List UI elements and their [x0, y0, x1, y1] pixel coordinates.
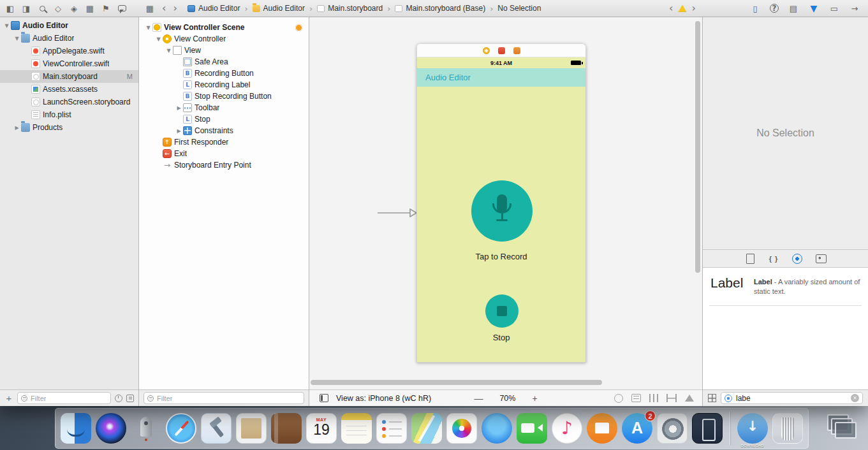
storyboard-canvas[interactable]: 9:41 AM Audio Editor	[309, 17, 702, 389]
navigator-pane-icon[interactable]: ◧	[4, 3, 16, 14]
navigator-row[interactable]: LaunchScreen.storyboard	[0, 96, 138, 108]
system-preferences-icon[interactable]	[657, 413, 688, 444]
reminders-icon[interactable]	[376, 413, 407, 444]
issues-icon[interactable]: ◈	[68, 3, 80, 14]
recording-label[interactable]: Tap to Record	[417, 252, 585, 261]
back-button[interactable]: ‹	[161, 3, 166, 13]
library-item-label[interactable]: Label Label - A variably sized amount of…	[709, 273, 862, 306]
recent-files-filter-icon[interactable]	[115, 395, 122, 402]
disclosure-triangle[interactable]: ▼	[144, 25, 152, 31]
facetime-icon[interactable]	[517, 413, 547, 444]
navigation-bar[interactable]: Audio Editor	[417, 68, 585, 87]
scene-dock-indicator[interactable]	[295, 24, 302, 31]
flag-icon[interactable]: ⚑	[100, 3, 112, 14]
library-grid-view-icon[interactable]	[708, 394, 716, 402]
dock-item-facetime[interactable]	[517, 409, 547, 448]
view-content[interactable]: Tap to Record Stop	[417, 87, 585, 362]
horizontal-scrollbar[interactable]	[311, 380, 602, 385]
outline-row[interactable]: →Storyboard Entry Point	[139, 159, 309, 171]
device-bezel-toggle-icon[interactable]	[320, 394, 328, 402]
messages-icon[interactable]	[482, 413, 512, 444]
outline-row[interactable]: ▼View Controller Scene	[139, 22, 309, 33]
finder-icon[interactable]	[61, 413, 91, 444]
grid-icon[interactable]: ▦	[84, 3, 96, 14]
view-controller-badge-icon[interactable]	[483, 47, 490, 54]
outline-filter-field[interactable]: Filter	[143, 392, 304, 404]
exit-badge-icon[interactable]	[513, 47, 520, 54]
stacked-windows-icon[interactable]	[827, 414, 858, 441]
navigator-row[interactable]: ▶Products	[0, 121, 138, 134]
next-issue-button[interactable]: ›	[691, 3, 696, 13]
photos-icon[interactable]	[446, 413, 477, 444]
view-controller-scene[interactable]: 9:41 AM Audio Editor	[416, 43, 586, 363]
safari-icon[interactable]	[166, 413, 196, 444]
outline-row[interactable]: LRecording Label	[139, 79, 309, 91]
outline-row[interactable]: ▶Constraints	[139, 125, 309, 136]
dock-item-safari[interactable]	[166, 409, 196, 448]
xcode-icon[interactable]	[201, 413, 232, 444]
outline-row[interactable]: ←Exit	[139, 148, 309, 159]
calendar-icon[interactable]: MAY19	[306, 413, 337, 444]
code-snippet-library-icon[interactable]: { }	[767, 252, 780, 265]
dock-item-contacts[interactable]	[271, 409, 302, 448]
dock-item-ibooks[interactable]	[587, 409, 617, 448]
view-controller-view[interactable]: 9:41 AM Audio Editor	[416, 57, 586, 363]
outline-row[interactable]: Safe Area	[139, 56, 309, 68]
align-icon[interactable]	[649, 394, 658, 402]
stop-recording-button[interactable]	[485, 294, 519, 328]
vertical-scrollbar[interactable]	[695, 21, 700, 273]
disclosure-triangle[interactable]: ▼	[154, 36, 163, 42]
editor-pane-icon[interactable]: ◨	[20, 3, 32, 14]
zoom-in-button[interactable]: +	[532, 393, 537, 403]
breadcrumb-item[interactable]: Main.storyboard	[317, 4, 383, 13]
disclosure-triangle[interactable]: ▶	[175, 105, 183, 111]
quick-help-icon[interactable]: ?	[770, 4, 779, 13]
zoom-out-button[interactable]: —	[474, 393, 483, 403]
outline-row[interactable]: LStop	[139, 113, 309, 125]
recording-button[interactable]	[471, 180, 533, 242]
downloads-icon[interactable]	[737, 413, 768, 444]
dock-item-messages[interactable]	[482, 409, 512, 448]
update-frames-icon[interactable]	[614, 394, 623, 403]
warning-icon[interactable]	[678, 5, 686, 12]
dock-item-siri[interactable]	[96, 409, 126, 448]
attributes-inspector-icon[interactable]: ▼	[808, 3, 820, 14]
view-as-label[interactable]: View as: iPhone 8 (wC hR)	[336, 394, 431, 403]
size-inspector-icon[interactable]: ▭	[828, 3, 840, 14]
tag-icon[interactable]: ◇	[52, 3, 64, 14]
outline-row[interactable]: BRecording Button	[139, 68, 309, 79]
dock-item-calendar[interactable]: MAY19	[306, 409, 337, 448]
source-control-filter-icon[interactable]	[126, 395, 134, 402]
identity-inspector-icon[interactable]: ▤	[788, 3, 799, 14]
dock-item-maps[interactable]	[411, 409, 442, 448]
dock-item-appstore[interactable]: 2	[622, 409, 652, 448]
previous-issue-button[interactable]: ‹	[668, 3, 673, 13]
dock-item-notes[interactable]	[341, 409, 372, 448]
dock-item-system-preferences[interactable]	[657, 409, 688, 448]
maps-icon[interactable]	[411, 413, 442, 444]
navigator-row[interactable]: Assets.xcassets	[0, 83, 138, 96]
ibooks-icon[interactable]	[587, 413, 617, 444]
first-responder-badge-icon[interactable]	[498, 47, 505, 54]
dock-item-mail[interactable]	[236, 409, 267, 448]
notes-icon[interactable]	[341, 413, 372, 444]
navigator-row[interactable]: ▼Audio Editor	[0, 32, 138, 45]
resolve-autolayout-icon[interactable]	[685, 395, 694, 402]
zoom-level[interactable]: 70%	[499, 394, 515, 403]
navigator-row[interactable]: ViewController.swift	[0, 57, 138, 70]
breadcrumb-item[interactable]: Audio Editor	[253, 4, 305, 13]
navigator-filter-field[interactable]: Filter	[17, 392, 111, 404]
disclosure-triangle[interactable]: ▼	[3, 23, 11, 29]
library-search-field[interactable]: labe	[721, 392, 863, 404]
dock-item-trash[interactable]	[772, 409, 803, 448]
file-inspector-icon[interactable]: ▯	[749, 3, 761, 14]
dock-item-simulator[interactable]	[692, 409, 723, 448]
dock-item-itunes[interactable]	[552, 409, 582, 448]
clear-search-button[interactable]	[851, 394, 859, 402]
related-items-icon[interactable]: ▦	[144, 3, 156, 14]
search-icon[interactable]	[36, 3, 48, 14]
file-template-library-icon[interactable]	[744, 252, 756, 265]
launchpad-icon[interactable]	[131, 413, 161, 444]
object-library-icon[interactable]	[791, 252, 804, 265]
dock-item-reminders[interactable]	[376, 409, 407, 448]
